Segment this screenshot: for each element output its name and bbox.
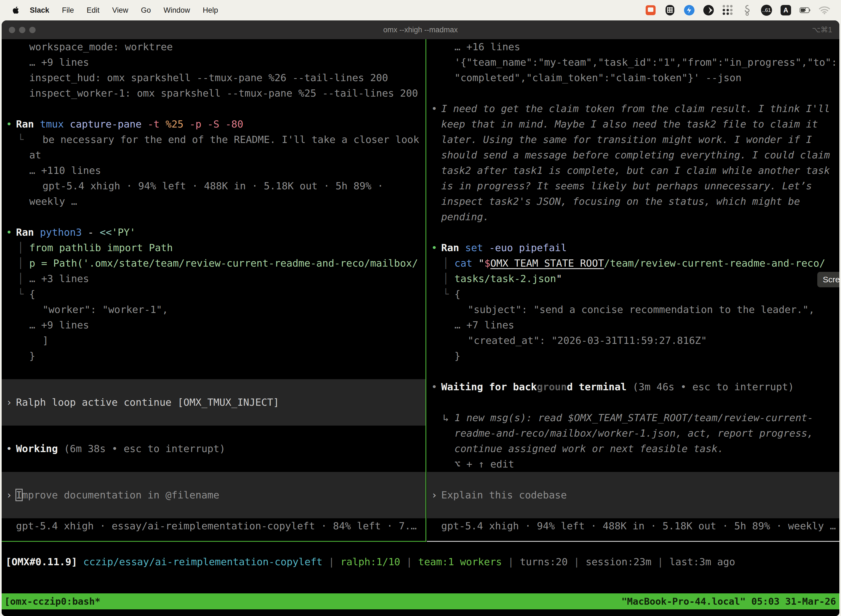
wifi-icon[interactable] — [819, 5, 830, 16]
menu-item-go[interactable]: Go — [135, 0, 157, 21]
terminal-line: later. Using the same for transition mig… — [427, 132, 840, 147]
count-badge-icon[interactable]: ..61 — [761, 5, 772, 16]
terminal-line: weekly … — [1, 194, 425, 209]
screen-tooltip: Scre — [817, 272, 840, 287]
terminal-text: -S — [208, 119, 226, 130]
line-gutter-marker: › — [6, 487, 12, 503]
terminal-text: OMX_TEAM_STATE_ROOT — [490, 258, 604, 269]
terminal-text: gpt-5.4 xhigh · 94% left · 488K in · 5.1… — [42, 180, 383, 192]
terminal-text: '{"team_name":"my-team","task_id":"1","f… — [454, 57, 837, 68]
dots-grid-icon[interactable] — [722, 5, 733, 16]
terminal-line: •Ran set -euo pipefail — [427, 240, 840, 255]
menu-bar-left: Slack File Edit View Go Window Help — [0, 0, 224, 21]
terminal-line: ›Improve documentation in @filename — [1, 487, 425, 503]
terminal-text: ⌥ + ↑ edit — [454, 458, 514, 470]
terminal-text: " — [556, 273, 562, 284]
terminal-line: │… +3 lines — [1, 271, 425, 286]
apple-logo-icon[interactable] — [13, 6, 20, 14]
line-gutter-marker: • — [6, 116, 12, 132]
blue-bolt-icon[interactable] — [684, 5, 695, 16]
terminal-text: continue assigned work or next feasible … — [454, 443, 724, 454]
terminal-line: "subject": "send a concise recommendatio… — [427, 302, 840, 317]
menu-item-file[interactable]: File — [56, 0, 81, 21]
tooltip-text: Scre — [823, 275, 840, 284]
terminal-text: - — [88, 227, 100, 238]
right-terminal-pane[interactable]: … +16 lines'{"team_name":"my-team","task… — [427, 39, 840, 534]
terminal-text: inspect task2's JSON, focusing on the st… — [441, 196, 800, 207]
left-terminal-pane[interactable]: workspace_mode: worktree… +9 linesinspec… — [1, 39, 425, 534]
terminal-line — [1, 379, 425, 395]
terminal-text: p = Path('.omx/state/team/review-current… — [29, 258, 418, 269]
line-gutter-marker: └ — [18, 286, 24, 302]
status-segment: cczip/essay/ai-reimplementation-copyleft — [84, 556, 322, 568]
terminal-line: … +16 lines — [427, 39, 840, 55]
line-gutter-marker: │ — [443, 271, 449, 286]
status-segment: | — [568, 556, 586, 568]
screen: Slack File Edit View Go Window Help ..61… — [0, 0, 841, 616]
terminal-text: later. Using the same for transition mig… — [441, 134, 812, 145]
terminal-text: 'PY' — [112, 227, 136, 238]
window-title-bar[interactable]: omx --xhigh --madmax ⌥⌘1 — [1, 21, 840, 39]
terminal-line: … +9 lines — [1, 55, 425, 70]
status-segment — [77, 556, 84, 568]
terminal-line: continue assigned work or next feasible … — [427, 441, 840, 456]
terminal-text: … +9 lines — [29, 57, 89, 68]
terminal-content[interactable]: workspace_mode: worktree… +9 linesinspec… — [1, 39, 840, 616]
terminal-text: weekly … — [29, 196, 77, 207]
terminal-text: Working — [16, 443, 58, 454]
squiggle-icon[interactable] — [742, 5, 753, 16]
terminal-text: task2 after task1 is complete, but can I… — [441, 165, 830, 176]
terminal-text: $ — [484, 258, 490, 269]
terminal-line: … +9 lines — [1, 317, 425, 333]
terminal-line: task2 after task1 is complete, but can I… — [427, 163, 840, 178]
line-gutter-marker: • — [6, 441, 12, 456]
terminal-line — [427, 472, 840, 487]
tmux-host-time: "MacBook-Pro-44.local" 05:03 31-Mar-26 — [621, 596, 840, 607]
line-gutter-marker: │ — [443, 255, 449, 271]
terminal-line: inspect_hud: omx sparkshell --tmux-pane … — [1, 70, 425, 85]
macos-menu-bar: Slack File Edit View Go Window Help ..61… — [0, 0, 841, 21]
terminal-line: ›Ralph loop active continue [OMX_TMUX_IN… — [1, 395, 425, 410]
terminal-line: } — [427, 348, 840, 364]
terminal-line — [1, 503, 425, 518]
menu-app-name[interactable]: Slack — [30, 0, 56, 21]
menu-item-window[interactable]: Window — [157, 0, 196, 21]
terminal-line — [427, 395, 840, 410]
terminal-text: Waiting for back — [441, 381, 537, 392]
terminal-text: } — [454, 350, 460, 362]
shield-grid-icon[interactable] — [664, 5, 675, 16]
terminal-text: inspect_worker-1: omx sparkshell --tmux-… — [29, 88, 418, 99]
a-key-icon[interactable]: A — [780, 5, 791, 16]
terminal-text: "subject": "send a concise recommendatio… — [468, 304, 815, 315]
terminal-text: mprove documentation in @filename — [22, 489, 219, 501]
line-gutter-marker: └ — [443, 286, 449, 302]
terminal-line: '{"team_name":"my-team","task_id":"1","f… — [427, 55, 840, 70]
terminal-cursor: I — [16, 489, 22, 501]
menu-item-view[interactable]: View — [106, 0, 135, 21]
terminal-text: { — [454, 288, 460, 300]
terminal-line — [1, 364, 425, 379]
chat-app-icon[interactable] — [645, 5, 656, 16]
terminal-line: •Working (6m 38s • esc to interrupt) — [1, 441, 425, 456]
menu-item-help[interactable]: Help — [196, 0, 224, 21]
terminal-line: └{ — [1, 286, 425, 302]
terminal-text: tmux — [40, 119, 70, 130]
dark-circle-app-icon[interactable] — [703, 5, 714, 16]
terminal-text: pending. — [441, 211, 489, 223]
terminal-line: is in progress? It seems likely but perh… — [427, 178, 840, 194]
terminal-text: %25 — [166, 119, 189, 130]
terminal-text: should send a message before completing … — [441, 149, 830, 161]
terminal-text: -80 — [226, 119, 243, 130]
terminal-line: gpt-5.4 xhigh · 94% left · 488K in · 5.1… — [1, 178, 425, 194]
window-title: omx --xhigh --madmax — [1, 26, 840, 34]
terminal-text: } — [29, 350, 35, 362]
terminal-text: … +3 lines — [29, 273, 89, 284]
battery-icon[interactable] — [800, 5, 811, 16]
terminal-line: •Waiting for background terminal (3m 46s… — [427, 379, 840, 395]
terminal-line: "worker": "worker-1", — [1, 302, 425, 317]
menu-item-edit[interactable]: Edit — [80, 0, 106, 21]
terminal-line: ] — [1, 333, 425, 348]
terminal-line — [1, 410, 425, 425]
pane-divider[interactable] — [425, 39, 426, 542]
terminal-line: │p = Path('.omx/state/team/review-curren… — [1, 255, 425, 271]
